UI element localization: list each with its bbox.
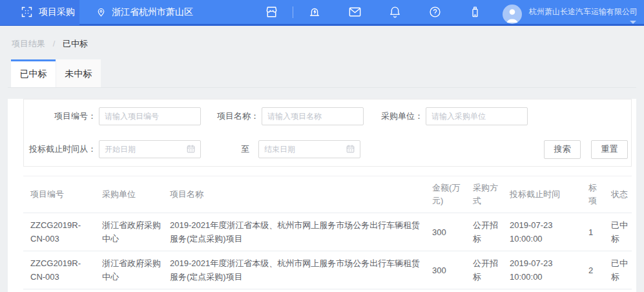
- header-divider: [293, 6, 293, 18]
- cell-project-code: ZZCG2019R-CN-003: [23, 251, 98, 289]
- help-icon[interactable]: [427, 5, 442, 20]
- avatar: [503, 5, 522, 24]
- mobile-device-icon[interactable]: [467, 5, 483, 20]
- col-buyer: 采购单位: [98, 176, 165, 213]
- cell-item: 2: [582, 251, 606, 289]
- tab-strip: 已中标 未中标: [8, 59, 636, 88]
- location-selector[interactable]: 浙江省杭州市萧山区: [96, 6, 193, 18]
- cell-method: 公开招标: [468, 251, 504, 289]
- breadcrumb: 项目结果 / 已中标: [0, 26, 644, 59]
- breadcrumb-current: 已中标: [63, 39, 88, 48]
- reset-button[interactable]: 重置: [591, 140, 628, 159]
- deadline-from-label: 投标截止时间从：: [24, 143, 96, 155]
- results-panel: 项目编号： 项目名称： 采购单位： 投标截止时间从：: [8, 99, 636, 292]
- tab-not-won[interactable]: 未中标: [56, 59, 101, 87]
- end-date-field: [258, 140, 360, 158]
- col-item: 标项: [582, 176, 606, 213]
- top-header: 项目采购 浙江省杭州市萧山区: [0, 0, 644, 26]
- tab-won[interactable]: 已中标: [11, 59, 56, 87]
- cell-amount: 300: [427, 251, 468, 289]
- company-name: 杭州萧山长途汽车运输有限公司: [529, 6, 638, 17]
- status-badge: 已中标: [606, 251, 632, 289]
- col-project-code: 项目编号: [23, 176, 98, 213]
- table-row[interactable]: ZZCG2019R-CN-003 浙江省政府采购中心 2019-2021年度浙江…: [23, 213, 632, 251]
- app-logo[interactable]: 项目采购: [0, 0, 79, 25]
- form-row-1: 项目编号： 项目名称： 采购单位：: [24, 107, 631, 125]
- cell-deadline: 2019-07-23 10:00:00: [504, 213, 582, 251]
- chevron-down-icon: [630, 21, 636, 24]
- breadcrumb-separator: /: [53, 39, 56, 48]
- end-date-input[interactable]: [258, 140, 360, 158]
- cell-item: 1: [582, 213, 606, 251]
- project-name-input[interactable]: [262, 107, 364, 125]
- cell-buyer: 浙江省政府采购中心: [98, 213, 165, 251]
- cell-method: 公开招标: [468, 213, 504, 251]
- col-method: 采购方式: [468, 176, 504, 213]
- user-menu[interactable]: 杭州萧山长途汽车运输有限公司: [495, 0, 644, 24]
- col-project-name: 项目名称: [165, 176, 427, 213]
- col-status: 状态: [606, 176, 632, 213]
- cell-project-name: 2019-2021年度浙江省本级、杭州市网上服务市场公务出行车辆租赁服务(定点采…: [165, 251, 427, 289]
- to-label: 至: [241, 143, 249, 155]
- results-table: 项目编号 采购单位 项目名称 金额(万元) 采购方式 投标截止时间 标项 状态 …: [23, 176, 632, 289]
- search-button[interactable]: 搜索: [544, 140, 581, 159]
- project-name-label: 项目名称：: [211, 110, 259, 122]
- search-form: 项目编号： 项目名称： 采购单位： 投标截止时间从：: [23, 99, 632, 167]
- status-badge: 已中标: [606, 213, 632, 251]
- main-content: 已中标 未中标 项目编号： 项目名称： 采购单位： 投标截止时间从：: [8, 59, 636, 292]
- app-title: 项目采购: [39, 6, 75, 18]
- form-row-2: 投标截止时间从： 至: [24, 140, 631, 158]
- bell-icon[interactable]: [387, 5, 402, 20]
- store-icon[interactable]: [264, 5, 279, 20]
- alarm-icon[interactable]: [307, 5, 322, 20]
- project-code-label: 项目编号：: [24, 110, 96, 122]
- start-date-input[interactable]: [99, 140, 201, 158]
- user-info: 杭州萧山长途汽车运输有限公司: [529, 4, 638, 24]
- table-header-row: 项目编号 采购单位 项目名称 金额(万元) 采购方式 投标截止时间 标项 状态: [23, 176, 632, 213]
- location-text: 浙江省杭州市萧山区: [112, 6, 193, 18]
- cell-amount: 300: [427, 213, 468, 251]
- cell-project-name: 2019-2021年度浙江省本级、杭州市网上服务市场公务出行车辆租赁服务(定点采…: [165, 213, 427, 251]
- breadcrumb-parent[interactable]: 项目结果: [12, 39, 45, 48]
- mail-icon[interactable]: [347, 5, 362, 20]
- col-amount: 金额(万元): [427, 176, 468, 213]
- scan-logo-icon: [20, 5, 34, 19]
- col-deadline: 投标截止时间: [504, 176, 582, 213]
- buyer-label: 采购单位：: [374, 110, 423, 122]
- form-buttons: 搜索 重置: [544, 140, 628, 159]
- start-date-field: [99, 140, 201, 158]
- buyer-input[interactable]: [426, 107, 528, 125]
- cell-buyer: 浙江省政府采购中心: [98, 251, 165, 289]
- table-row[interactable]: ZZCG2019R-CN-003 浙江省政府采购中心 2019-2021年度浙江…: [23, 251, 632, 289]
- location-pin-icon: [96, 6, 107, 17]
- project-code-input[interactable]: [99, 107, 201, 125]
- cell-deadline: 2019-07-23 10:00:00: [504, 251, 582, 289]
- cell-project-code: ZZCG2019R-CN-003: [23, 213, 98, 251]
